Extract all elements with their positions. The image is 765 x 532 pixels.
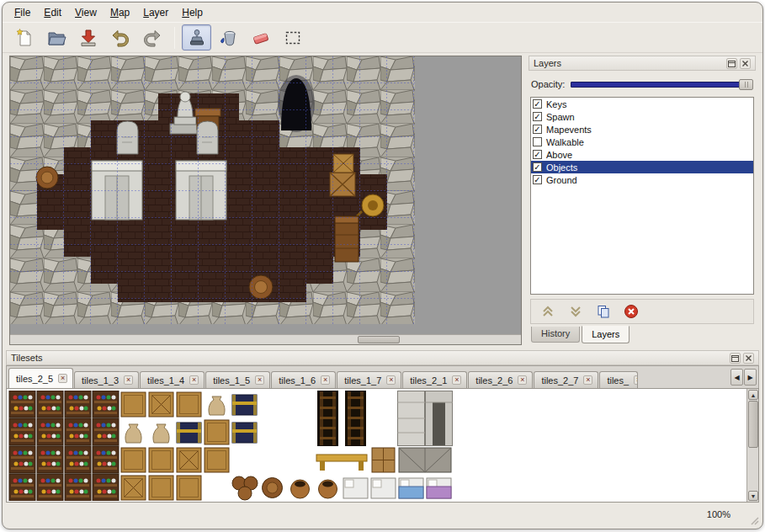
layer-visibility-checkbox[interactable]: ✓ [533, 125, 542, 134]
layer-row-objects[interactable]: ✓Objects [531, 161, 753, 173]
layer-row-walkable[interactable]: Walkable [531, 136, 753, 148]
dock-close-button[interactable] [740, 58, 751, 69]
layers-dock: Layers Opacity: [529, 56, 756, 345]
layer-visibility-checkbox[interactable] [533, 137, 542, 146]
tileset-tab-label: tiles_1_5 [213, 375, 250, 386]
opacity-slider-handle[interactable] [739, 79, 753, 90]
tileset-image[interactable] [8, 391, 458, 501]
tileset-tab-tiles_1_3[interactable]: tiles_1_3× [74, 371, 139, 388]
tileset-tab-label: tiles_2_1 [410, 375, 447, 386]
layer-visibility-checkbox[interactable]: ✓ [533, 112, 542, 121]
layer-visibility-checkbox[interactable]: ✓ [533, 99, 542, 109]
fill-tool-icon [219, 28, 239, 48]
rect-select-tool-button[interactable] [278, 24, 307, 51]
scroll-down-button[interactable]: ▼ [748, 491, 758, 501]
tileset-vertical-scrollbar[interactable]: ▲ ▼ [746, 389, 758, 502]
editor-grid-overlay [10, 56, 415, 324]
zoom-level: 100% [707, 509, 730, 519]
layer-visibility-checkbox[interactable]: ✓ [533, 175, 542, 184]
tileset-tab-tiles_2_7[interactable]: tiles_2_7× [534, 371, 598, 388]
tab-close-icon[interactable]: × [124, 375, 133, 385]
tab-close-icon[interactable]: × [255, 375, 264, 385]
tileset-view[interactable]: ▲ ▼ [6, 388, 759, 503]
tileset-tab-tiles_[interactable]: tiles_× [599, 371, 638, 388]
layers-dock-title: Layers [534, 58, 561, 68]
open-folder-icon [46, 28, 66, 48]
arrow-down-icon: ▼ [751, 493, 757, 499]
layer-row-ground[interactable]: ✓Ground [531, 173, 753, 186]
tilesets-dock-title: Tilesets [11, 353, 43, 363]
duplicate-layer-icon [596, 304, 611, 319]
redo-button[interactable] [137, 24, 167, 51]
tileset-tab-tiles_2_1[interactable]: tiles_2_1× [402, 371, 467, 388]
dock-tab-layers[interactable]: Layers [582, 326, 630, 343]
layer-visibility-checkbox[interactable]: ✓ [533, 162, 542, 172]
open-map-button[interactable] [41, 24, 71, 51]
tab-close-icon[interactable]: × [634, 375, 638, 385]
menu-file[interactable]: File [8, 4, 37, 21]
main-area: Layers Opacity: [9, 56, 756, 345]
tab-close-icon[interactable]: × [518, 375, 527, 385]
stamp-tool-button[interactable] [182, 24, 211, 51]
tileset-tab-tiles_1_5[interactable]: tiles_1_5× [205, 371, 270, 388]
scroll-up-button[interactable]: ▲ [748, 390, 758, 400]
map-canvas[interactable] [10, 56, 521, 334]
raise-layer-button[interactable] [539, 302, 557, 321]
new-map-button[interactable] [9, 24, 39, 51]
lower-layer-button[interactable] [566, 302, 585, 321]
layer-row-keys[interactable]: ✓Keys [531, 98, 753, 110]
tabs-scroll-right-button[interactable]: ▶ [744, 369, 757, 386]
layer-row-spawn[interactable]: ✓Spawn [531, 110, 753, 123]
tileset-tab-label: tiles_2_6 [475, 375, 513, 386]
arrow-up-icon: ▲ [751, 392, 757, 398]
dock-float-button[interactable] [730, 353, 741, 364]
map-view[interactable] [9, 56, 522, 345]
dock-float-button[interactable] [726, 58, 737, 69]
new-file-icon [14, 28, 35, 48]
save-map-button[interactable] [73, 24, 103, 51]
float-icon [727, 59, 736, 68]
opacity-slider-track[interactable] [571, 82, 752, 88]
dock-close-button[interactable] [743, 353, 754, 364]
duplicate-layer-button[interactable] [594, 302, 613, 321]
menu-view[interactable]: View [68, 4, 104, 21]
dock-tab-history[interactable]: History [531, 327, 580, 343]
tab-close-icon[interactable]: × [583, 375, 592, 385]
tab-close-icon[interactable]: × [58, 374, 67, 383]
tileset-tab-label: tiles_2_7 [541, 375, 578, 386]
tab-close-icon[interactable]: × [189, 375, 199, 385]
layer-visibility-checkbox[interactable]: ✓ [533, 150, 542, 159]
layer-list[interactable]: ✓Keys✓Spawn✓MapeventsWalkable✓Above✓Obje… [530, 97, 754, 295]
tilesets-dock: Tilesets tiles_2_5×tiles_1_3×tiles_1_4×t… [6, 350, 759, 503]
map-horizontal-scrollbar[interactable] [10, 334, 521, 344]
delete-layer-button[interactable] [622, 302, 640, 321]
scrollbar-thumb[interactable] [748, 401, 758, 448]
tileset-tab-tiles_1_4[interactable]: tiles_1_4× [140, 371, 205, 388]
opacity-slider[interactable] [571, 79, 753, 90]
fill-tool-button[interactable] [214, 24, 243, 51]
tileset-tab-tiles_1_7[interactable]: tiles_1_7× [337, 371, 401, 388]
lower-layer-icon [568, 304, 583, 319]
tileset-tab-tiles_2_5[interactable]: tiles_2_5× [8, 368, 73, 388]
tabs-scroll-left-button[interactable]: ◀ [730, 369, 743, 386]
undo-button[interactable] [105, 24, 135, 51]
stamp-tool-icon [187, 28, 207, 48]
layer-row-above[interactable]: ✓Above [531, 148, 753, 161]
menu-edit[interactable]: Edit [37, 4, 68, 21]
menu-help[interactable]: Help [175, 4, 210, 21]
tab-close-icon[interactable]: × [386, 375, 396, 385]
tab-close-icon[interactable]: × [452, 375, 461, 385]
layers-dock-titlebar: Layers [529, 56, 756, 71]
scrollbar-thumb[interactable] [358, 336, 400, 343]
layer-name-label: Ground [546, 175, 577, 185]
tab-close-icon[interactable]: × [321, 375, 330, 385]
layer-name-label: Mapevents [546, 125, 592, 135]
layer-row-mapevents[interactable]: ✓Mapevents [531, 123, 753, 136]
eraser-tool-button[interactable] [246, 24, 275, 51]
tileset-tab-tiles_1_6[interactable]: tiles_1_6× [271, 371, 336, 388]
menu-layer[interactable]: Layer [136, 4, 175, 21]
menu-map[interactable]: Map [104, 4, 136, 21]
tileset-tab-tiles_2_6[interactable]: tiles_2_6× [468, 371, 533, 388]
resize-grip[interactable] [748, 514, 759, 525]
menubar: FileEditViewMapLayerHelp [3, 3, 762, 22]
